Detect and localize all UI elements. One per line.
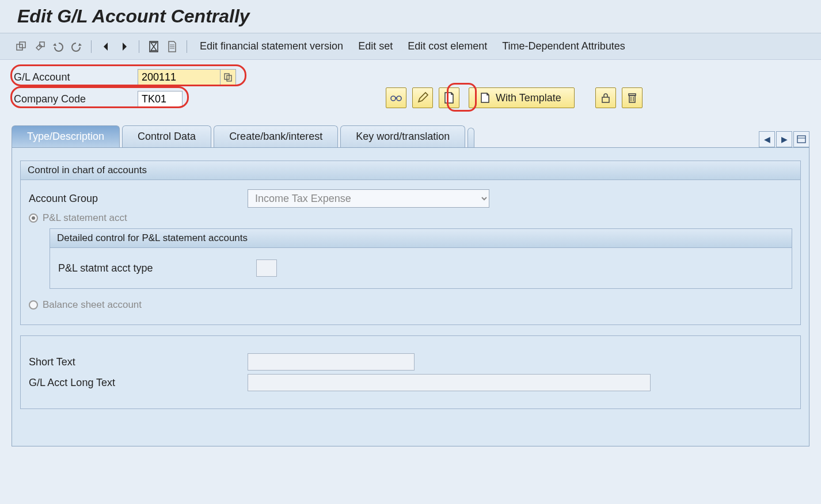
short-text-label: Short Text: [29, 356, 248, 368]
other-object-icon[interactable]: [14, 39, 29, 54]
create-button[interactable]: [439, 87, 459, 108]
long-text-input[interactable]: [248, 374, 651, 391]
next-icon[interactable]: [117, 39, 132, 54]
gl-account-label: G/L Account: [14, 71, 138, 83]
radio-unselected-icon: [29, 300, 38, 310]
company-code-input[interactable]: [138, 91, 183, 107]
with-template-button[interactable]: With Template: [469, 87, 575, 108]
gl-account-value-help[interactable]: [220, 69, 236, 85]
tab-overflow-indicator: [467, 128, 474, 147]
svg-rect-12: [629, 96, 635, 102]
header-fields: G/L Account Company Code With Te: [0, 60, 821, 125]
page-title: Edit G/L Account Centrally: [17, 6, 807, 27]
redo-icon[interactable]: [69, 39, 84, 54]
page-icon: [480, 92, 490, 104]
app-toolbar: Edit financial statement version Edit se…: [0, 33, 821, 60]
long-text-label: G/L Acct Long Text: [29, 377, 248, 389]
with-template-label: With Template: [496, 92, 561, 104]
toolbar-time-dependent[interactable]: Time-Dependent Attributes: [496, 38, 630, 55]
toolbar-separator: [91, 40, 92, 53]
toolbar-separator: [139, 40, 139, 53]
svg-point-10: [397, 96, 401, 101]
tab-list-button[interactable]: [793, 131, 809, 147]
hourglass-icon[interactable]: [146, 39, 161, 54]
company-code-label: Company Code: [14, 93, 138, 105]
description-group: Short Text G/L Acct Long Text: [20, 335, 801, 409]
undo-icon[interactable]: [51, 39, 66, 54]
balance-sheet-label: Balance sheet account: [43, 299, 142, 311]
svg-rect-15: [629, 94, 636, 96]
group-title: Detailed control for P&L statement accou…: [50, 229, 792, 248]
tab-control-data[interactable]: Control Data: [122, 125, 211, 147]
gl-account-input[interactable]: [138, 69, 221, 85]
short-text-input[interactable]: [248, 353, 415, 371]
toolbar-edit-cost-element[interactable]: Edit cost element: [402, 38, 493, 55]
tab-type-description[interactable]: Type/Description: [12, 125, 120, 147]
svg-rect-16: [797, 136, 805, 143]
toolbar-separator: [187, 40, 187, 53]
display-change-icon[interactable]: [32, 39, 47, 54]
svg-rect-2: [40, 42, 44, 47]
svg-rect-11: [602, 97, 609, 102]
glasses-button[interactable]: [386, 87, 406, 108]
document-icon[interactable]: [165, 39, 180, 54]
pl-statement-label: P&L statement acct: [43, 212, 127, 224]
prev-icon[interactable]: [98, 39, 113, 54]
tab-strip: Type/Description Control Data Create/ban…: [12, 125, 809, 147]
tab-scroll-left[interactable]: ◀: [759, 131, 775, 147]
svg-point-9: [391, 96, 396, 101]
tab-scroll-right[interactable]: ▶: [776, 131, 792, 147]
balance-sheet-radio[interactable]: Balance sheet account: [29, 299, 792, 311]
account-group-label: Account Group: [29, 193, 248, 205]
account-group-select[interactable]: Income Tax Expense: [248, 189, 489, 208]
pl-statement-radio[interactable]: P&L statement acct: [29, 212, 792, 224]
header-action-row: With Template: [386, 87, 643, 108]
pl-acct-type-label: P&L statmt acct type: [58, 262, 256, 274]
tab-create-bank-interest[interactable]: Create/bank/interest: [214, 125, 338, 147]
control-chart-accounts-group: Control in chart of accounts Account Gro…: [20, 161, 801, 325]
pl-acct-type-input[interactable]: [256, 259, 277, 277]
group-title: Control in chart of accounts: [21, 161, 800, 180]
toolbar-edit-fsv[interactable]: Edit financial statement version: [194, 38, 349, 55]
detailed-pl-group: Detailed control for P&L statement accou…: [50, 228, 792, 289]
tab-key-word-translation[interactable]: Key word/translation: [340, 125, 465, 147]
pencil-button[interactable]: [412, 87, 433, 108]
title-bar: Edit G/L Account Centrally: [0, 0, 821, 33]
delete-button[interactable]: [622, 87, 643, 108]
lock-button[interactable]: [595, 87, 616, 108]
toolbar-edit-set[interactable]: Edit set: [352, 38, 398, 55]
tab-content: Control in chart of accounts Account Gro…: [12, 147, 809, 446]
radio-selected-icon: [29, 213, 38, 223]
